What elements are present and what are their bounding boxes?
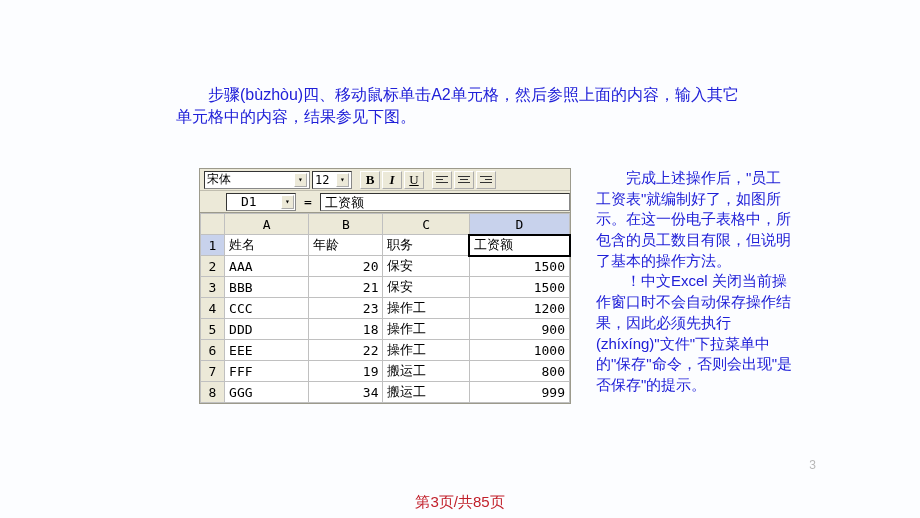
cell[interactable]: CCC [225, 298, 309, 319]
row-header[interactable]: 5 [201, 319, 225, 340]
right-paragraph-2: ！中文Excel 关闭当前操作窗口时不会自动保存操作结果，因此必须先执行(zhí… [596, 271, 796, 395]
chevron-down-icon: ▾ [281, 195, 294, 209]
chevron-down-icon: ▾ [336, 173, 349, 187]
bold-button[interactable]: B [360, 171, 380, 189]
slide-number: 3 [809, 458, 816, 472]
cell[interactable]: AAA [225, 256, 309, 277]
table-row: 8 GGG 34 搬运工 999 [201, 382, 570, 403]
table-row: 4 CCC 23 操作工 1200 [201, 298, 570, 319]
cell[interactable]: GGG [225, 382, 309, 403]
formatting-toolbar: 宋体 ▾ 12 ▾ B I U [200, 169, 570, 191]
formula-bar-row: D1 ▾ = 工资额 [200, 191, 570, 213]
cell[interactable]: 999 [469, 382, 569, 403]
cell[interactable]: 操作工 [383, 319, 469, 340]
footer-page-indicator: 第3页/共85页 [0, 493, 920, 512]
row-header[interactable]: 8 [201, 382, 225, 403]
active-cell-ref: D1 [241, 194, 257, 210]
row-header[interactable]: 6 [201, 340, 225, 361]
cell[interactable]: 操作工 [383, 298, 469, 319]
right-explanation: 完成上述操作后，"员工工资表"就编制好了，如图所示。在这一份电子表格中，所包含的… [596, 168, 796, 396]
cell[interactable]: 1200 [469, 298, 569, 319]
cell[interactable]: 年龄 [309, 235, 383, 256]
cell[interactable]: 保安 [383, 277, 469, 298]
row-header[interactable]: 1 [201, 235, 225, 256]
select-all-corner[interactable] [201, 214, 225, 235]
cell[interactable]: 18 [309, 319, 383, 340]
cell[interactable]: BBB [225, 277, 309, 298]
cell[interactable]: 保安 [383, 256, 469, 277]
col-header-c[interactable]: C [383, 214, 469, 235]
row-header[interactable]: 7 [201, 361, 225, 382]
cell[interactable]: 操作工 [383, 340, 469, 361]
align-center-button[interactable] [454, 171, 474, 189]
cell[interactable]: 23 [309, 298, 383, 319]
cell[interactable]: 搬运工 [383, 361, 469, 382]
col-header-d[interactable]: D [469, 214, 569, 235]
align-left-button[interactable] [432, 171, 452, 189]
table-row: 3 BBB 21 保安 1500 [201, 277, 570, 298]
cell[interactable]: 姓名 [225, 235, 309, 256]
cell[interactable]: 20 [309, 256, 383, 277]
table-row: 1 姓名 年龄 职务 工资额 [201, 235, 570, 256]
cell[interactable]: 21 [309, 277, 383, 298]
underline-button[interactable]: U [404, 171, 424, 189]
chevron-down-icon: ▾ [294, 173, 307, 187]
font-name-selector[interactable]: 宋体 ▾ [204, 171, 310, 189]
font-size-selector[interactable]: 12 ▾ [312, 171, 352, 189]
cell[interactable]: 1000 [469, 340, 569, 361]
cell[interactable]: 34 [309, 382, 383, 403]
cell[interactable]: 800 [469, 361, 569, 382]
cell[interactable]: 22 [309, 340, 383, 361]
cell[interactable]: 搬运工 [383, 382, 469, 403]
col-header-a[interactable]: A [225, 214, 309, 235]
row-header[interactable]: 4 [201, 298, 225, 319]
row-header[interactable]: 2 [201, 256, 225, 277]
col-header-b[interactable]: B [309, 214, 383, 235]
cell[interactable]: 职务 [383, 235, 469, 256]
table-row: 7 FFF 19 搬运工 800 [201, 361, 570, 382]
cell[interactable]: 19 [309, 361, 383, 382]
font-name-value: 宋体 [207, 171, 231, 188]
cell[interactable]: 900 [469, 319, 569, 340]
spreadsheet-grid[interactable]: A B C D 1 姓名 年龄 职务 工资额 2 AAA 20 保安 1500 … [200, 213, 570, 403]
row-header[interactable]: 3 [201, 277, 225, 298]
cell-active[interactable]: 工资额 [469, 235, 569, 256]
cell[interactable]: EEE [225, 340, 309, 361]
formula-bar[interactable]: 工资额 [320, 193, 570, 211]
font-size-value: 12 [315, 173, 329, 187]
cell[interactable]: FFF [225, 361, 309, 382]
equals-label: = [296, 194, 320, 209]
italic-button[interactable]: I [382, 171, 402, 189]
cell[interactable]: DDD [225, 319, 309, 340]
align-right-button[interactable] [476, 171, 496, 189]
name-box[interactable]: D1 ▾ [226, 193, 296, 211]
table-row: 2 AAA 20 保安 1500 [201, 256, 570, 277]
intro-paragraph: 步骤(bùzhòu)四、移动鼠标单击A2单元格，然后参照上面的内容，输入其它单元… [176, 84, 750, 129]
cell[interactable]: 1500 [469, 277, 569, 298]
cell[interactable]: 1500 [469, 256, 569, 277]
excel-screenshot: 宋体 ▾ 12 ▾ B I U D1 ▾ = 工资额 A B C D [199, 168, 571, 404]
table-row: 5 DDD 18 操作工 900 [201, 319, 570, 340]
right-paragraph-1: 完成上述操作后，"员工工资表"就编制好了，如图所示。在这一份电子表格中，所包含的… [596, 168, 796, 271]
table-row: 6 EEE 22 操作工 1000 [201, 340, 570, 361]
